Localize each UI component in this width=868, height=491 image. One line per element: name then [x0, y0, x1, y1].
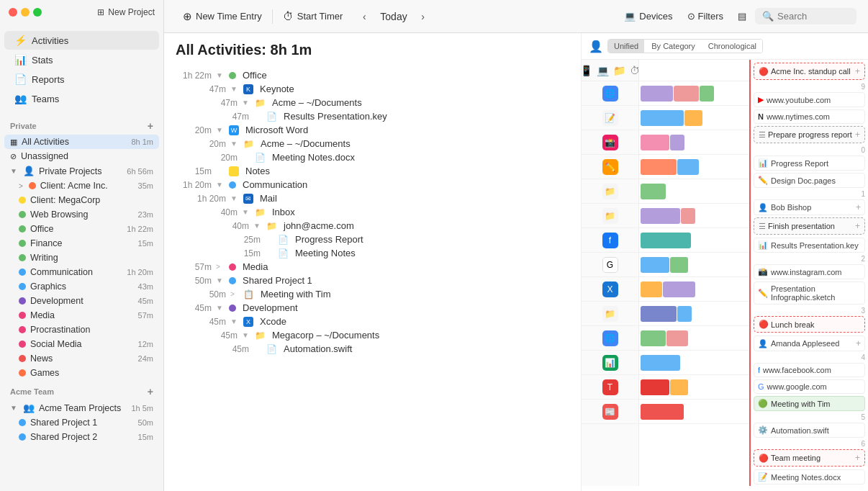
list-item[interactable]: Shared Project 2 15m: [0, 430, 163, 444]
phone-icon[interactable]: 📱: [582, 65, 592, 76]
timeline-bar[interactable]: [666, 330, 688, 346]
timeline-bar[interactable]: [674, 86, 699, 102]
timeline-bar[interactable]: [641, 135, 669, 150]
list-item[interactable]: Media 57m: [0, 308, 163, 323]
add-acme-icon[interactable]: +: [148, 386, 153, 397]
stats-label: Stats: [32, 55, 53, 66]
devices-button[interactable]: 💻 Devices: [618, 7, 678, 25]
clock-icon[interactable]: ⏱: [630, 65, 639, 76]
list-item[interactable]: Writing: [0, 251, 163, 265]
acme-projects-item[interactable]: ▼ 👥 Acme Team Projects 1h 5m: [0, 400, 163, 415]
start-timer-button[interactable]: ⏱ Start Timer: [276, 6, 351, 26]
card-plus-icon3[interactable]: +: [855, 221, 860, 231]
folder-icon[interactable]: 📁: [613, 65, 625, 76]
expand-icon[interactable]: ▼: [216, 71, 225, 79]
view-chronological-button[interactable]: Chronological: [702, 40, 762, 53]
new-project-button[interactable]: ⊞ New Project: [97, 7, 155, 17]
project-time: 15m: [138, 239, 153, 248]
prev-button[interactable]: ‹: [356, 8, 373, 25]
timeline-bar[interactable]: [641, 159, 677, 175]
new-time-entry-button[interactable]: ⊕ New Time Entry: [176, 6, 269, 27]
timeline-bar[interactable]: [641, 184, 666, 199]
timeline-bar[interactable]: [641, 110, 684, 126]
timeline-bar[interactable]: [663, 281, 695, 297]
laptop-icon[interactable]: 💻: [597, 65, 609, 76]
traffic-light-green[interactable]: [33, 8, 42, 17]
expand-icon[interactable]: ▼: [216, 126, 225, 134]
list-item[interactable]: News 24m: [0, 351, 163, 366]
filters-button[interactable]: ⊙ Filters: [682, 7, 729, 25]
timeline-bar[interactable]: [641, 306, 677, 322]
private-projects-item[interactable]: ▼ 👤 Private Projects 6h 56m: [0, 163, 163, 179]
view-unified-button[interactable]: Unified: [608, 40, 644, 53]
bob-plus[interactable]: +: [856, 202, 861, 212]
expand-icon[interactable]: ▼: [230, 85, 239, 93]
list-item[interactable]: Communication 1h 20m: [0, 265, 163, 279]
expand-icon[interactable]: ▼: [216, 276, 225, 284]
timeline-bar[interactable]: [700, 86, 714, 102]
list-item[interactable]: Games: [0, 366, 163, 380]
unassigned-item[interactable]: ⊘ Unassigned: [0, 149, 163, 163]
team-meeting-plus[interactable]: +: [855, 453, 860, 463]
list-item[interactable]: > Client: Acme Inc. 35m: [0, 179, 163, 193]
expand-icon[interactable]: ▼: [230, 194, 239, 202]
search-input[interactable]: [777, 11, 849, 22]
amanda-plus[interactable]: +: [856, 338, 861, 348]
app-icon: [229, 166, 239, 176]
expand-icon[interactable]: >: [216, 263, 225, 271]
expand-icon[interactable]: >: [230, 290, 239, 298]
expand-icon[interactable]: ▼: [242, 208, 250, 216]
timeline-bar[interactable]: [641, 257, 669, 273]
list-item[interactable]: Development 45m: [0, 294, 163, 308]
sidebar-item-stats[interactable]: 📊 Stats: [4, 50, 159, 69]
traffic-light-red[interactable]: [9, 8, 17, 17]
expand-icon[interactable]: ▼: [230, 317, 239, 325]
timeline-bar[interactable]: [641, 355, 680, 371]
timeline-bar[interactable]: [641, 281, 662, 297]
expand-icon[interactable]: ▼: [230, 140, 239, 148]
timeline-bar[interactable]: [677, 159, 699, 175]
all-activities-item[interactable]: ▦ All Activities 8h 1m: [4, 135, 159, 149]
list-item[interactable]: Finance 15m: [0, 236, 163, 251]
timeline-bar[interactable]: [677, 306, 692, 322]
table-row: 15m 📄 Meeting Notes: [176, 246, 569, 260]
row-name: Acme – ~/Documents: [272, 97, 362, 108]
expand-icon[interactable]: ▼: [253, 222, 262, 230]
timeline-bar[interactable]: [641, 208, 680, 224]
card-plus-icon[interactable]: +: [855, 66, 860, 76]
timeline-bar[interactable]: [670, 135, 684, 150]
sidebar-item-teams[interactable]: 👥 Teams: [4, 89, 159, 108]
expand-icon[interactable]: ▼: [216, 304, 225, 312]
expand-icon[interactable]: ▼: [242, 99, 250, 107]
timeline-bar[interactable]: [684, 110, 702, 126]
timeline-bar[interactable]: [641, 86, 673, 102]
list-item[interactable]: Procrastination: [0, 323, 163, 337]
timeline-bar[interactable]: [681, 208, 695, 224]
project-dot: [19, 254, 26, 261]
timeline-bar[interactable]: [641, 379, 669, 395]
sidebar-item-activities[interactable]: ⚡ Activities: [4, 31, 159, 50]
expand-icon[interactable]: ▼: [242, 331, 250, 339]
list-item[interactable]: Office 1h 22m: [0, 222, 163, 236]
next-button[interactable]: ›: [415, 8, 432, 25]
sidebar-item-reports[interactable]: 📄 Reports: [4, 70, 159, 89]
timeline-bar[interactable]: [641, 404, 684, 420]
timeline-bar[interactable]: [670, 379, 688, 395]
list-item[interactable]: Shared Project 1 50m: [0, 415, 163, 430]
add-private-icon[interactable]: +: [148, 120, 153, 132]
list-item[interactable]: Graphics 43m: [0, 279, 163, 294]
search-box[interactable]: 🔍: [755, 8, 856, 24]
timeline-bar[interactable]: [641, 233, 691, 248]
right-panel: 🔴 Acme Inc. standup call + 9 ▶ www.youtu…: [749, 60, 868, 486]
expand-icon[interactable]: ▼: [216, 181, 225, 189]
list-item[interactable]: Web Browsing 23m: [0, 207, 163, 222]
list-item[interactable]: Client: MegaCorp: [0, 193, 163, 207]
card-plus-icon2[interactable]: +: [855, 130, 860, 140]
timeline-bar[interactable]: [641, 330, 666, 346]
traffic-light-yellow[interactable]: [21, 8, 30, 17]
list-item[interactable]: Social Media 12m: [0, 337, 163, 351]
layout-button[interactable]: ▤: [732, 7, 752, 25]
timeline-bar[interactable]: [670, 257, 688, 273]
view-by-category-button[interactable]: By Category: [646, 40, 701, 53]
row-time: 45m: [202, 330, 238, 341]
